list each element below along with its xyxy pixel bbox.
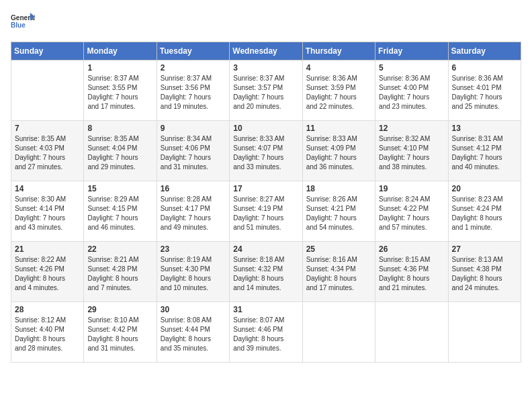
calendar-cell: 28Sunrise: 8:12 AMSunset: 4:40 PMDayligh… (11, 302, 84, 363)
calendar-cell: 24Sunrise: 8:18 AMSunset: 4:32 PMDayligh… (230, 242, 302, 302)
day-info: Sunrise: 8:35 AMSunset: 4:03 PMDaylight:… (15, 134, 80, 172)
calendar-week-2: 7Sunrise: 8:35 AMSunset: 4:03 PMDaylight… (11, 121, 521, 181)
calendar-cell: 15Sunrise: 8:29 AMSunset: 4:15 PMDayligh… (84, 181, 157, 242)
day-info: Sunrise: 8:33 AMSunset: 4:09 PMDaylight:… (306, 134, 371, 172)
calendar-table: SundayMondayTuesdayWednesdayThursdayFrid… (11, 42, 521, 363)
day-number: 13 (452, 124, 517, 133)
day-info: Sunrise: 8:07 AMSunset: 4:46 PMDaylight:… (233, 316, 298, 353)
day-number: 15 (87, 184, 152, 193)
calendar-cell: 16Sunrise: 8:28 AMSunset: 4:17 PMDayligh… (157, 181, 229, 242)
day-info: Sunrise: 8:08 AMSunset: 4:44 PMDaylight:… (161, 316, 226, 353)
calendar-cell (302, 302, 375, 363)
calendar-cell (375, 302, 448, 363)
day-number: 7 (15, 124, 80, 133)
calendar-cell: 10Sunrise: 8:33 AMSunset: 4:07 PMDayligh… (230, 121, 302, 181)
calendar-cell: 30Sunrise: 8:08 AMSunset: 4:44 PMDayligh… (157, 302, 229, 363)
day-number: 11 (306, 124, 371, 133)
day-info: Sunrise: 8:21 AMSunset: 4:28 PMDaylight:… (87, 255, 152, 293)
calendar-cell: 20Sunrise: 8:23 AMSunset: 4:24 PMDayligh… (448, 181, 521, 242)
day-info: Sunrise: 8:26 AMSunset: 4:21 PMDaylight:… (306, 195, 371, 232)
calendar-week-4: 21Sunrise: 8:22 AMSunset: 4:26 PMDayligh… (11, 242, 521, 302)
day-number: 3 (233, 63, 298, 73)
day-number: 27 (452, 244, 517, 254)
day-number: 1 (87, 63, 152, 73)
day-info: Sunrise: 8:15 AMSunset: 4:36 PMDaylight:… (379, 255, 444, 293)
calendar-cell: 3Sunrise: 8:37 AMSunset: 3:57 PMDaylight… (230, 60, 302, 121)
day-number: 29 (87, 305, 152, 314)
calendar-cell: 18Sunrise: 8:26 AMSunset: 4:21 PMDayligh… (302, 181, 375, 242)
day-number: 2 (161, 63, 226, 73)
svg-text:Blue: Blue (11, 21, 26, 29)
calendar-cell: 9Sunrise: 8:34 AMSunset: 4:06 PMDaylight… (157, 121, 229, 181)
day-number: 23 (161, 244, 226, 254)
day-info: Sunrise: 8:37 AMSunset: 3:55 PMDaylight:… (87, 74, 152, 111)
day-number: 28 (15, 305, 80, 314)
calendar-cell: 31Sunrise: 8:07 AMSunset: 4:46 PMDayligh… (230, 302, 302, 363)
day-info: Sunrise: 8:32 AMSunset: 4:10 PMDaylight:… (379, 134, 444, 172)
calendar-cell: 4Sunrise: 8:36 AMSunset: 3:59 PMDaylight… (302, 60, 375, 121)
day-number: 17 (233, 184, 298, 193)
calendar-cell: 26Sunrise: 8:15 AMSunset: 4:36 PMDayligh… (375, 242, 448, 302)
calendar-cell: 17Sunrise: 8:27 AMSunset: 4:19 PMDayligh… (230, 181, 302, 242)
calendar-cell: 1Sunrise: 8:37 AMSunset: 3:55 PMDaylight… (84, 60, 157, 121)
day-header-wednesday: Wednesday (230, 42, 302, 60)
day-number: 8 (87, 124, 152, 133)
day-number: 31 (233, 305, 298, 314)
day-info: Sunrise: 8:36 AMSunset: 3:59 PMDaylight:… (306, 74, 371, 111)
day-number: 16 (161, 184, 226, 193)
day-header-thursday: Thursday (302, 42, 375, 60)
day-info: Sunrise: 8:10 AMSunset: 4:42 PMDaylight:… (87, 316, 152, 353)
calendar-cell: 22Sunrise: 8:21 AMSunset: 4:28 PMDayligh… (84, 242, 157, 302)
calendar-cell: 23Sunrise: 8:19 AMSunset: 4:30 PMDayligh… (157, 242, 229, 302)
day-number: 25 (306, 244, 371, 254)
day-number: 18 (306, 184, 371, 193)
day-info: Sunrise: 8:18 AMSunset: 4:32 PMDaylight:… (233, 255, 298, 293)
day-info: Sunrise: 8:28 AMSunset: 4:17 PMDaylight:… (161, 195, 226, 232)
day-info: Sunrise: 8:37 AMSunset: 3:56 PMDaylight:… (161, 74, 226, 111)
day-info: Sunrise: 8:19 AMSunset: 4:30 PMDaylight:… (161, 255, 226, 293)
calendar-cell: 2Sunrise: 8:37 AMSunset: 3:56 PMDaylight… (157, 60, 229, 121)
day-info: Sunrise: 8:34 AMSunset: 4:06 PMDaylight:… (161, 134, 226, 172)
day-header-monday: Monday (84, 42, 157, 60)
calendar-cell: 14Sunrise: 8:30 AMSunset: 4:14 PMDayligh… (11, 181, 84, 242)
day-number: 26 (379, 244, 444, 254)
calendar-cell: 11Sunrise: 8:33 AMSunset: 4:09 PMDayligh… (302, 121, 375, 181)
day-info: Sunrise: 8:13 AMSunset: 4:38 PMDaylight:… (452, 255, 517, 293)
calendar-cell: 19Sunrise: 8:24 AMSunset: 4:22 PMDayligh… (375, 181, 448, 242)
day-header-friday: Friday (375, 42, 448, 60)
day-info: Sunrise: 8:35 AMSunset: 4:04 PMDaylight:… (87, 134, 152, 172)
day-info: Sunrise: 8:29 AMSunset: 4:15 PMDaylight:… (87, 195, 152, 232)
calendar-cell: 21Sunrise: 8:22 AMSunset: 4:26 PMDayligh… (11, 242, 84, 302)
day-number: 14 (15, 184, 80, 193)
day-header-sunday: Sunday (11, 42, 84, 60)
calendar-cell: 5Sunrise: 8:36 AMSunset: 4:00 PMDaylight… (375, 60, 448, 121)
calendar-week-5: 28Sunrise: 8:12 AMSunset: 4:40 PMDayligh… (11, 302, 521, 363)
calendar-cell: 6Sunrise: 8:36 AMSunset: 4:01 PMDaylight… (448, 60, 521, 121)
calendar-cell: 13Sunrise: 8:31 AMSunset: 4:12 PMDayligh… (448, 121, 521, 181)
day-number: 30 (161, 305, 226, 314)
day-number: 21 (15, 244, 80, 254)
calendar-cell: 8Sunrise: 8:35 AMSunset: 4:04 PMDaylight… (84, 121, 157, 181)
day-info: Sunrise: 8:30 AMSunset: 4:14 PMDaylight:… (15, 195, 80, 232)
calendar-cell: 12Sunrise: 8:32 AMSunset: 4:10 PMDayligh… (375, 121, 448, 181)
day-number: 24 (233, 244, 298, 254)
calendar-cell: 27Sunrise: 8:13 AMSunset: 4:38 PMDayligh… (448, 242, 521, 302)
page-header: General Blue (11, 11, 521, 35)
day-number: 22 (87, 244, 152, 254)
day-number: 19 (379, 184, 444, 193)
day-info: Sunrise: 8:24 AMSunset: 4:22 PMDaylight:… (379, 195, 444, 232)
calendar-cell: 7Sunrise: 8:35 AMSunset: 4:03 PMDaylight… (11, 121, 84, 181)
calendar-week-1: 1Sunrise: 8:37 AMSunset: 3:55 PMDaylight… (11, 60, 521, 121)
day-header-tuesday: Tuesday (157, 42, 229, 60)
day-info: Sunrise: 8:37 AMSunset: 3:57 PMDaylight:… (233, 74, 298, 111)
day-info: Sunrise: 8:36 AMSunset: 4:00 PMDaylight:… (379, 74, 444, 111)
day-number: 10 (233, 124, 298, 133)
day-number: 12 (379, 124, 444, 133)
day-info: Sunrise: 8:22 AMSunset: 4:26 PMDaylight:… (15, 255, 80, 293)
calendar-week-3: 14Sunrise: 8:30 AMSunset: 4:14 PMDayligh… (11, 181, 521, 242)
calendar-cell (448, 302, 521, 363)
day-number: 6 (452, 63, 517, 73)
calendar-cell: 25Sunrise: 8:16 AMSunset: 4:34 PMDayligh… (302, 242, 375, 302)
day-info: Sunrise: 8:33 AMSunset: 4:07 PMDaylight:… (233, 134, 298, 172)
day-number: 4 (306, 63, 371, 73)
